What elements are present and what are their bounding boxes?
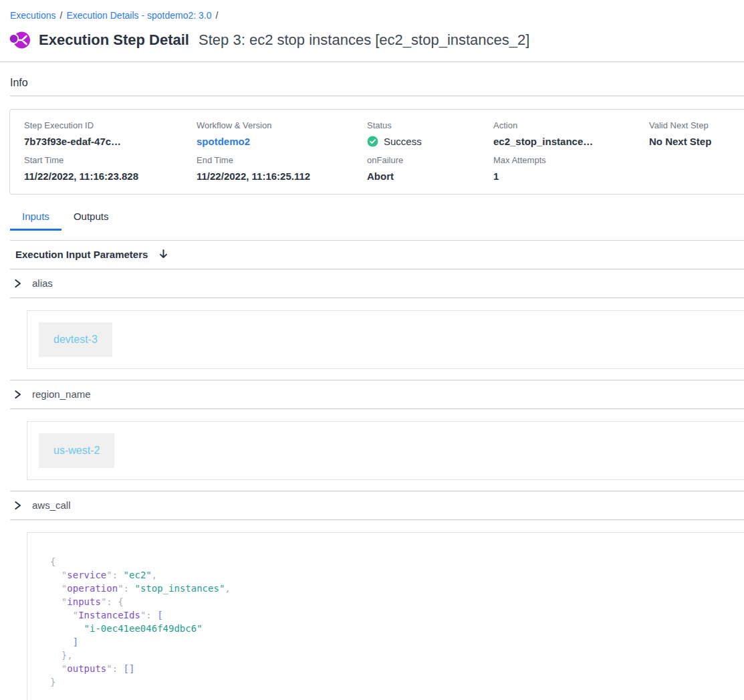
param-row-aws-call[interactable]: aws_call	[0, 491, 744, 519]
field-workflow-version: Workflow & Version spotdemo2	[197, 120, 367, 147]
tab-outputs[interactable]: Outputs	[61, 211, 121, 231]
field-start-time: Start Time 11/22/2022, 11:16:23.828	[24, 155, 197, 182]
arrow-down-icon[interactable]	[158, 249, 168, 260]
param-name: aws_call	[32, 499, 71, 511]
param-row-alias[interactable]: alias	[0, 269, 744, 298]
divider	[10, 298, 744, 298]
execution-input-parameters-title: Execution Input Parameters	[15, 249, 148, 260]
field-value: 1	[493, 170, 649, 182]
page-title-main: Execution Step Detail	[39, 31, 189, 48]
field-value: 11/22/2022, 11:16:25.112	[197, 170, 367, 182]
status-badge: Success	[367, 136, 493, 147]
page-title-step: Step 3: ec2 stop instances [ec2_stop_ins…	[199, 31, 529, 48]
param-value-chip: us-west-2	[39, 433, 114, 468]
tab-inputs[interactable]: Inputs	[10, 211, 61, 231]
page-header: Execution Step Detail Step 3: ec2 stop i…	[9, 29, 734, 51]
chevron-right-icon	[13, 501, 22, 510]
param-value-chip: devtest-3	[39, 322, 112, 357]
field-label: Max Attempts	[493, 155, 649, 165]
field-value: 7b73f93e-edaf-47c…	[24, 136, 197, 147]
field-max-attempts: Max Attempts 1	[493, 155, 649, 182]
field-label: Start Time	[24, 155, 197, 165]
success-check-icon	[367, 136, 378, 147]
field-label: Valid Next Step	[649, 120, 744, 130]
param-name: alias	[32, 277, 53, 289]
field-label: End Time	[197, 155, 367, 165]
breadcrumb-separator: /	[216, 10, 219, 21]
info-card: Step Execution ID 7b73f93e-edaf-47c… Wor…	[9, 109, 744, 195]
inputs-outputs-tabs: Inputs Outputs	[10, 211, 744, 231]
divider	[0, 62, 744, 62]
field-status: Status Success	[367, 120, 493, 147]
breadcrumb: Executions / Execution Details - spotdem…	[0, 0, 744, 21]
divider	[10, 519, 744, 520]
param-value-panel-aws-call: { "service": "ec2", "operation": "stop_i…	[27, 532, 744, 700]
divider	[10, 96, 744, 96]
param-row-region-name[interactable]: region_name	[0, 380, 744, 409]
field-value: 11/22/2022, 11:16:23.828	[24, 170, 197, 182]
status-text: Success	[384, 136, 422, 147]
field-end-time: End Time 11/22/2022, 11:16:25.112	[197, 155, 367, 182]
chevron-right-icon	[13, 279, 22, 288]
field-value: ec2_stop_instance…	[493, 136, 649, 147]
execution-input-parameters-header: Execution Input Parameters	[0, 241, 744, 269]
field-label: Step Execution ID	[24, 120, 197, 130]
workflow-step-icon	[9, 29, 30, 51]
field-step-execution-id: Step Execution ID 7b73f93e-edaf-47c…	[24, 120, 197, 147]
param-name: region_name	[32, 388, 91, 400]
field-valid-next-step: Valid Next Step No Next Step	[649, 120, 744, 147]
field-label: Status	[367, 120, 493, 130]
field-on-failure: onFailure Abort	[367, 155, 493, 182]
field-action: Action ec2_stop_instance…	[493, 120, 649, 147]
execution-step-detail-page: Executions / Execution Details - spotdem…	[0, 0, 744, 700]
page-title: Execution Step Detail Step 3: ec2 stop i…	[39, 31, 529, 49]
field-label: Workflow & Version	[197, 120, 367, 130]
breadcrumb-link-execution-details[interactable]: Execution Details - spotdemo2: 3.0	[66, 10, 211, 21]
field-value: Abort	[367, 170, 493, 182]
param-value-panel-region-name: us-west-2	[27, 421, 744, 480]
breadcrumb-link-executions[interactable]: Executions	[10, 10, 55, 21]
chevron-right-icon	[13, 390, 22, 399]
field-label: onFailure	[367, 155, 493, 165]
workflow-link[interactable]: spotdemo2	[197, 136, 367, 147]
param-value-panel-alias: devtest-3	[27, 310, 744, 369]
divider	[10, 409, 744, 409]
field-label: Action	[493, 120, 649, 130]
empty-cell	[649, 155, 744, 182]
aws-call-code: { "service": "ec2", "operation": "stop_i…	[50, 555, 744, 689]
field-value: No Next Step	[649, 136, 744, 147]
breadcrumb-separator: /	[59, 10, 62, 21]
info-section-heading: Info	[10, 77, 734, 89]
